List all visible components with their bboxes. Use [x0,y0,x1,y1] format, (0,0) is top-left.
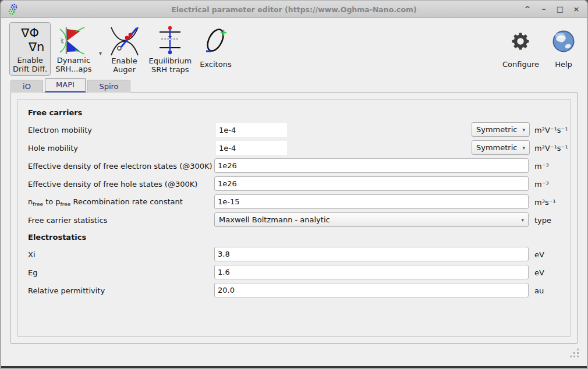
electron-mobility-input[interactable] [216,123,287,137]
button-label: EnableDrift Diff. [13,56,47,74]
field-label: Eg [28,268,37,276]
dynamic-srh-icon: eV [58,24,89,56]
excitons-button[interactable]: Excitons [196,22,235,76]
xi-input[interactable] [214,247,529,261]
section-title: Electrostatics [28,233,86,242]
rollup-button[interactable]: ^ [523,2,532,17]
field-label: Electron mobility [28,125,92,134]
enable-auger-button[interactable]: EnableAuger [105,22,144,76]
eg-input[interactable] [214,265,529,279]
row-eg: Eg eV [18,263,570,281]
dynamic-srh-traps-button[interactable]: eV DynamicSRH...aps [52,22,95,76]
enable-drift-diffusion-button[interactable]: ∇Φ ∇n EnableDrift Diff. [9,22,51,76]
unit-label: m²V⁻¹s⁻¹ [534,125,568,134]
chevron-down-icon: ▾ [522,127,525,133]
select-value: Symmetric [476,143,519,152]
dynamic-srh-dropdown-arrow-icon[interactable]: ▾ [97,50,105,56]
button-label: EquilibriumSRH traps [149,57,192,74]
app-gears-icon [7,3,19,16]
button-label: Help [555,61,572,69]
button-label: EnableAuger [111,57,137,74]
field-label: Hole mobility [28,143,78,152]
field-label: Free carrier statistics [28,215,107,224]
minimize-button[interactable]: – [539,2,548,17]
window-controls: ^ – □ × [523,2,581,17]
unit-label: m⁻³ [534,161,549,170]
resize-grip[interactable] [570,349,579,358]
unit-label: m²V⁻¹s⁻¹ [534,143,568,152]
button-label: DynamicSRH...aps [55,56,91,74]
row-electron-states-density: Effective density of free electron state… [18,157,570,175]
field-label: Effective density of free electron state… [28,161,212,170]
chevron-down-icon: ▾ [521,217,524,223]
hole-mobility-symmetry-select[interactable]: Symmetric ▾ [472,140,530,155]
unit-label: type [534,215,551,224]
row-hole-states-density: Effective density of free hole states (@… [18,175,570,193]
gear-icon [510,24,531,58]
unit-label: au [534,286,544,295]
field-label: Relative permittivity [28,286,105,295]
row-hole-mobility: Hole mobility Symmetric ▾ m²V⁻¹s⁻¹ [18,139,570,157]
row-recombination-rate: nfree to pfree Recombination rate consta… [18,193,570,211]
field-label: Xi [28,250,36,258]
row-electron-mobility: Electron mobility Symmetric ▾ m²V⁻¹s⁻¹ [18,120,570,139]
window-bottom-edge [1,366,587,368]
select-value: Maxwell Boltzmann - analytic [219,215,518,224]
unit-label: eV [534,268,544,276]
excitons-icon [200,24,231,58]
row-free-carrier-statistics: Free carrier statistics Maxwell Boltzman… [18,211,570,229]
toolbar: ∇Φ ∇n EnableDrift Diff. eV Dynam [1,18,587,77]
maximize-button[interactable]: □ [555,2,565,17]
recombination-rate-input[interactable] [214,194,529,209]
free-carrier-statistics-select[interactable]: Maxwell Boltzmann - analytic ▾ [214,212,529,227]
electron-states-density-input[interactable] [214,158,529,173]
tab-bar: iO MAPI Spiro [10,78,587,93]
field-label: Effective density of free hole states (@… [28,179,197,188]
chevron-down-icon: ▾ [522,145,525,151]
electrical-parameter-editor-window: Electrical parameter editor (https://www… [0,0,588,369]
hole-states-density-input[interactable] [214,176,529,191]
svg-text:eV: eV [60,38,65,43]
window-title: Electrical parameter editor (https://www… [1,5,587,14]
button-label: Configure [502,61,539,69]
row-relative-permittivity: Relative permittivity au [18,281,570,299]
close-button[interactable]: × [572,2,581,17]
tab-panel: Free carriers Electron mobility Symmetri… [10,92,578,344]
titlebar[interactable]: Electrical parameter editor (https://www… [1,1,587,18]
row-xi: Xi eV [18,245,570,263]
equilibrium-srh-traps-button[interactable]: EquilibriumSRH traps [146,22,196,76]
section-header-electrostatics: Electrostatics [18,229,570,245]
section-header-free-carriers: Free carriers [18,104,570,120]
tab-mapi[interactable]: MAPI [45,78,86,93]
drift-diffusion-icon: ∇Φ ∇n [16,24,44,56]
select-value: Symmetric [476,125,519,134]
configure-button[interactable]: Configure [499,22,543,76]
unit-label: m³s⁻¹ [534,197,556,206]
unit-label: m⁻³ [534,179,549,188]
help-button[interactable]: Help [548,22,579,76]
section-title: Free carriers [28,108,82,117]
parameter-scroll-area: Free carriers Electron mobility Symmetri… [17,99,571,337]
hole-mobility-input[interactable] [216,141,287,155]
relative-permittivity-input[interactable] [214,283,529,297]
electron-mobility-symmetry-select[interactable]: Symmetric ▾ [472,122,530,137]
toolbar-spacer [236,22,499,76]
srh-traps-icon [155,24,185,57]
globe-icon [552,24,575,58]
button-label: Excitons [200,61,232,69]
unit-label: eV [534,250,544,258]
tab-io[interactable]: iO [10,80,43,93]
field-label: nfree to pfree Recombination rate consta… [28,197,183,207]
tab-spiro[interactable]: Spiro [87,80,130,93]
auger-icon [108,24,141,57]
